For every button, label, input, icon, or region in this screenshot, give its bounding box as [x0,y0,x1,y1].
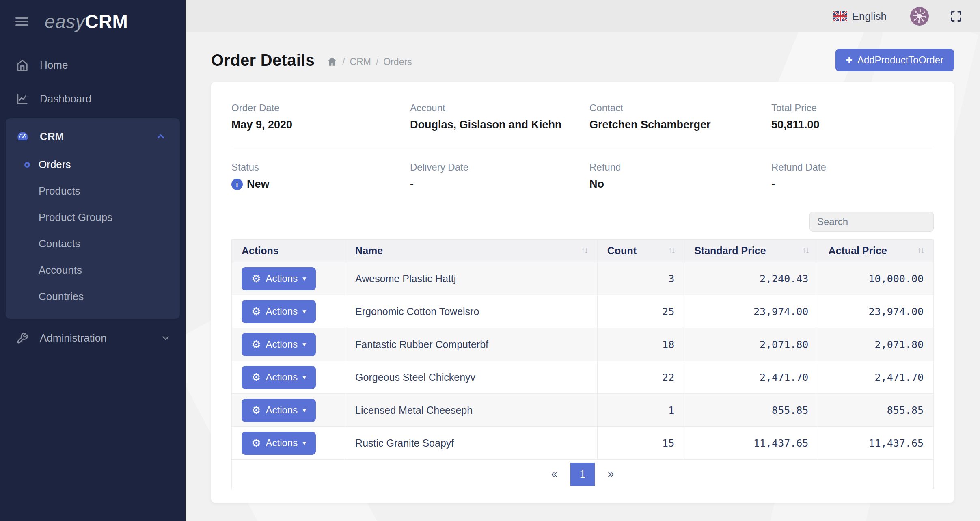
uk-flag-icon [833,11,847,21]
pagination-prev-button[interactable]: « [542,468,566,480]
row-actions-button[interactable]: ⚙ Actions ▾ [242,399,316,422]
logo-row: easyCRM [0,0,186,43]
product-name-cell: Fantastic Rubber Computerbf [345,328,598,361]
field-label: Order Date [231,102,410,114]
caret-down-icon: ▾ [302,275,306,283]
search-row [231,212,934,232]
row-actions-button[interactable]: ⚙ Actions ▾ [242,333,316,356]
gear-icon: ⚙ [251,438,261,448]
column-header-actions: Actions [232,240,345,262]
products-table: Actions Name↑↓ Count↑↓ Standard Price↑↓ … [231,239,934,489]
sort-icon[interactable]: ↑↓ [802,245,808,255]
column-header-name[interactable]: Name↑↓ [345,240,598,262]
product-name-cell: Awesome Plastic Hattj [345,262,598,295]
chevron-up-icon [155,131,166,142]
search-input[interactable] [809,212,934,232]
order-info-row-2: Status i New Delivery Date - Refund No [231,162,934,190]
add-product-to-order-button[interactable]: + AddProductToOrder [835,49,954,71]
row-actions-button[interactable]: ⚙ Actions ▾ [242,366,316,389]
pagination-page-1[interactable]: 1 [570,463,595,486]
gear-icon: ⚙ [251,405,261,415]
count-cell: 18 [597,328,684,361]
sidebar-item-orders[interactable]: Orders [6,151,180,178]
breadcrumb: / CRM / Orders [327,53,412,67]
user-avatar[interactable] [910,7,929,26]
gear-icon: ⚙ [251,306,261,317]
main-area: English Order Details / CRM / Orders + [186,0,980,521]
breadcrumb-orders[interactable]: Orders [383,56,412,67]
column-header-actual-price[interactable]: Actual Price↑↓ [818,240,934,262]
sidebar-item-label: Home [40,59,68,71]
sidebar-item-accounts[interactable]: Accounts [6,257,180,283]
sidebar-item-administration[interactable]: Administration [0,321,186,355]
app-root: easyCRM Home Dashboard CRM Ord [0,0,980,521]
brand-crm: CRM [85,11,128,32]
actions-button-label: Actions [266,306,298,317]
sidebar-item-products[interactable]: Products [6,178,180,204]
caret-down-icon: ▾ [302,439,306,447]
standard-price-cell: 2,471.70 [684,361,818,394]
field-label: Refund [589,162,771,173]
sidebar-item-label: Products [39,185,80,197]
table-body: ⚙ Actions ▾ Awesome Plastic Hattj 3 2,24… [232,262,934,460]
brand-logo[interactable]: easyCRM [45,11,128,32]
table-row: ⚙ Actions ▾ Fantastic Rubber Computerbf … [232,328,934,361]
sidebar-item-contacts[interactable]: Contacts [6,231,180,257]
language-selector[interactable]: English [833,10,887,23]
actions-button-label: Actions [266,273,298,284]
info-icon[interactable]: i [231,179,243,190]
actual-price-cell: 11,437.65 [818,427,934,460]
field-value: May 9, 2020 [231,119,410,131]
count-cell: 15 [597,427,684,460]
sidebar-item-home[interactable]: Home [0,48,186,82]
status-field: Status i New [231,162,410,190]
sort-icon[interactable]: ↑↓ [668,245,674,255]
actions-button-label: Actions [266,404,298,416]
caret-down-icon: ▾ [302,373,306,382]
field-value: i New [231,178,410,190]
sidebar-item-dashboard[interactable]: Dashboard [0,82,186,116]
sidebar-item-product-groups[interactable]: Product Groups [6,204,180,231]
gear-icon: ⚙ [251,339,261,350]
sidebar-item-label: Administration [40,332,107,344]
standard-price-cell: 23,974.00 [684,295,818,328]
actual-price-cell: 2,071.80 [818,328,934,361]
caret-down-icon: ▾ [302,340,306,349]
sidebar-item-label: CRM [40,130,64,143]
row-actions-button[interactable]: ⚙ Actions ▾ [242,300,316,323]
sidebar-crm-group: CRM Orders Products Product Groups Conta… [6,118,180,319]
sort-icon[interactable]: ↑↓ [917,245,924,255]
product-name-cell: Licensed Metal Cheeseph [345,394,598,427]
row-actions-button[interactable]: ⚙ Actions ▾ [242,432,316,455]
order-details-card: Order Date May 9, 2020 Account Douglas, … [211,82,954,503]
breadcrumb-home-icon[interactable] [327,56,337,67]
breadcrumb-crm[interactable]: CRM [350,56,371,67]
add-product-label: AddProductToOrder [857,54,943,66]
active-bullet-icon [24,162,30,168]
row-actions-button[interactable]: ⚙ Actions ▾ [242,267,316,290]
actions-cell: ⚙ Actions ▾ [232,427,345,460]
fullscreen-button[interactable] [950,10,962,22]
gear-icon: ⚙ [251,372,261,383]
sidebar-item-label: Countries [39,290,84,303]
column-header-count[interactable]: Count↑↓ [597,240,684,262]
sidebar-item-crm[interactable]: CRM [6,121,180,151]
sort-icon[interactable]: ↑↓ [581,245,587,255]
sidebar-item-label: Contacts [39,238,80,250]
standard-price-cell: 2,071.80 [684,328,818,361]
field-value: Gretchen Schamberger [589,119,771,131]
page-content: Order Details / CRM / Orders + AddProduc… [186,32,980,503]
sidebar-item-countries[interactable]: Countries [6,283,180,310]
pagination-next-button[interactable]: » [599,468,623,480]
actions-cell: ⚙ Actions ▾ [232,328,345,361]
table-head: Actions Name↑↓ Count↑↓ Standard Price↑↓ … [232,240,934,262]
field-label: Total Price [771,102,934,114]
section-divider [231,147,934,147]
actions-cell: ⚙ Actions ▾ [232,295,345,328]
hamburger-menu-icon[interactable] [15,17,28,26]
sidebar-item-label: Accounts [39,264,82,277]
standard-price-cell: 11,437.65 [684,427,818,460]
breadcrumb-separator: / [342,56,345,67]
column-header-standard-price[interactable]: Standard Price↑↓ [684,240,818,262]
field-label: Delivery Date [410,162,589,173]
